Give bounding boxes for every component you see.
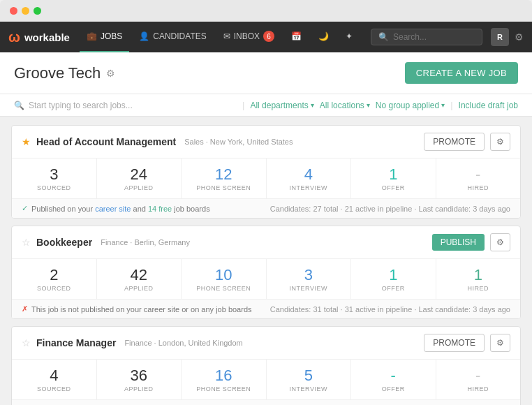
settings-icon[interactable]: ⚙	[515, 31, 524, 43]
job-meta: Sales · New York, United States	[184, 138, 293, 146]
footer-status: ✓ Published on your career site and 14 f…	[22, 204, 210, 213]
create-job-button[interactable]: CREATE A NEW JOB	[405, 62, 518, 84]
check-icon: ✓	[22, 204, 28, 213]
stat-label: PHONE SCREEN	[184, 385, 263, 392]
filters-bar: 🔍 Start typing to search jobs... | All d…	[0, 94, 532, 117]
stat-label: INTERVIEW	[269, 285, 348, 292]
logo-text: workable	[24, 31, 70, 43]
stat-cell-phone-screen: 12 PHONE SCREEN	[182, 159, 267, 198]
stat-cell-interview: 5 INTERVIEW	[267, 360, 352, 399]
maximize-dot[interactable]	[34, 7, 41, 15]
job-title-row: ☆ Bookkeeper Finance · Berlin, Germany	[22, 237, 190, 248]
include-draft-link[interactable]: Include draft job	[459, 101, 518, 110]
stat-cell-applied: 42 APPLIED	[97, 259, 182, 299]
jobs-container: ★ Head of Account Management Sales · New…	[0, 117, 532, 405]
filter-group[interactable]: No group applied ▾	[376, 101, 445, 110]
free-boards-link[interactable]: 14 free	[148, 205, 172, 213]
stat-value[interactable]: 3	[269, 267, 348, 283]
minimize-dot[interactable]	[22, 7, 29, 15]
page-title-text: Groove Tech	[14, 64, 101, 82]
stat-cell-hired: 1 HIRED	[436, 259, 521, 299]
job-star[interactable]: ☆	[22, 337, 31, 348]
stat-value[interactable]: 1	[354, 267, 433, 283]
stat-cell-offer: - OFFER	[351, 360, 436, 399]
stat-value[interactable]: 1	[354, 167, 433, 182]
stat-value: 42	[100, 267, 179, 283]
job-header: ☆ Finance Manager Finance · London, Unit…	[12, 327, 520, 360]
page-settings-icon[interactable]: ⚙	[106, 68, 115, 79]
job-gear-button[interactable]: ⚙	[490, 334, 510, 352]
stats-row: 4 SOURCED 36 APPLIED 16 PHONE SCREEN 5 I…	[12, 360, 520, 399]
job-title[interactable]: Bookkeeper	[36, 237, 92, 248]
job-header: ★ Head of Account Management Sales · New…	[12, 126, 520, 159]
job-footer: ✓ Published on your career site and 14 f…	[12, 198, 520, 218]
moon-icon: 🌙	[318, 31, 329, 41]
nav-sparkle[interactable]: ✦	[339, 22, 360, 52]
stat-value[interactable]: 5	[269, 368, 348, 383]
page-title-container: Groove Tech ⚙	[14, 64, 115, 82]
job-gear-button[interactable]: ⚙	[490, 233, 510, 251]
x-icon: ✗	[22, 304, 28, 314]
promote-button[interactable]: PROMOTE	[424, 334, 485, 352]
page-header: Groove Tech ⚙ CREATE A NEW JOB	[0, 52, 532, 94]
stat-cell-hired: - HIRED	[436, 159, 521, 198]
job-title[interactable]: Finance Manager	[36, 337, 116, 348]
job-actions: PROMOTE ⚙	[424, 334, 510, 352]
nav-calendar[interactable]: 📅	[284, 22, 309, 52]
mail-icon: ✉	[223, 31, 230, 41]
job-title-row: ☆ Finance Manager Finance · London, Unit…	[22, 337, 243, 348]
job-gear-button[interactable]: ⚙	[490, 133, 510, 151]
stat-value: 24	[100, 167, 179, 182]
stat-cell-offer: 1 OFFER	[351, 159, 436, 198]
calendar-icon: 📅	[291, 31, 302, 41]
job-title[interactable]: Head of Account Management	[36, 136, 176, 147]
stat-label: HIRED	[439, 385, 518, 392]
filter-departments[interactable]: All departments ▾	[250, 101, 313, 110]
job-header: ☆ Bookkeeper Finance · Berlin, Germany P…	[12, 226, 520, 259]
job-card-finance-manager: ☆ Finance Manager Finance · London, Unit…	[11, 326, 521, 405]
publish-button[interactable]: PUBLISH	[432, 234, 485, 251]
search-jobs-icon: 🔍	[14, 101, 24, 110]
stat-value[interactable]: 16	[184, 368, 263, 383]
search-jobs-placeholder: Start typing to search jobs...	[29, 101, 133, 110]
search-input[interactable]	[393, 32, 475, 42]
job-star[interactable]: ★	[22, 136, 31, 147]
stat-value: 1	[439, 267, 518, 283]
nav-logo[interactable]: ω workable	[8, 29, 70, 45]
stat-value[interactable]: 10	[184, 267, 263, 283]
user-avatar[interactable]: R	[491, 28, 509, 46]
stat-label: HIRED	[439, 285, 518, 292]
stat-label: APPLIED	[100, 285, 179, 292]
stat-label: INTERVIEW	[269, 385, 348, 392]
nav-jobs[interactable]: 💼 JOBS	[80, 22, 129, 52]
stat-cell-interview: 4 INTERVIEW	[267, 159, 352, 198]
career-site-link[interactable]: career site	[95, 205, 131, 213]
job-footer: ✗ This job is not published on your care…	[12, 299, 520, 318]
stat-label: SOURCED	[15, 285, 94, 292]
stat-value: 4	[15, 368, 94, 383]
promote-button[interactable]: PROMOTE	[424, 133, 485, 151]
job-footer: ✓ Published on your career site and 11 f…	[12, 399, 520, 405]
navbar: ω workable 💼 JOBS 👤 CANDIDATES ✉ INBOX 6…	[0, 22, 532, 52]
stat-value[interactable]: 12	[184, 167, 263, 182]
stats-row: 2 SOURCED 42 APPLIED 10 PHONE SCREEN 3 I…	[12, 259, 520, 299]
inbox-badge: 6	[263, 31, 274, 42]
footer-stats: Candidates: 31 total · 31 active in pipe…	[270, 305, 510, 314]
search-box[interactable]: 🔍	[371, 29, 482, 45]
nav-inbox[interactable]: ✉ INBOX 6	[216, 22, 281, 52]
job-star[interactable]: ☆	[22, 237, 31, 248]
job-card-bookkeeper: ☆ Bookkeeper Finance · Berlin, Germany P…	[11, 226, 521, 319]
close-dot[interactable]	[10, 7, 17, 15]
stat-cell-interview: 3 INTERVIEW	[267, 259, 352, 299]
briefcase-icon: 💼	[87, 31, 97, 41]
nav-moon[interactable]: 🌙	[311, 22, 336, 52]
search-jobs: 🔍 Start typing to search jobs...	[14, 101, 237, 110]
nav-candidates[interactable]: 👤 CANDIDATES	[132, 22, 213, 52]
stat-label: OFFER	[354, 385, 433, 392]
stat-cell-applied: 36 APPLIED	[97, 360, 182, 399]
stat-value[interactable]: 4	[269, 167, 348, 182]
person-icon: 👤	[139, 31, 149, 41]
logo-icon: ω	[8, 29, 20, 45]
stat-label: PHONE SCREEN	[184, 184, 263, 191]
filter-locations[interactable]: All locations ▾	[320, 101, 370, 110]
